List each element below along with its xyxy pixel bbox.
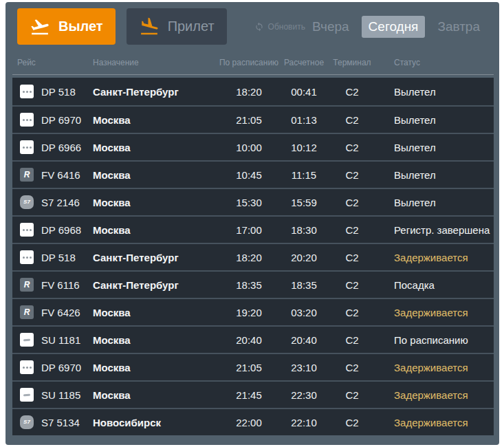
estimated-time: 22:30 bbox=[291, 389, 317, 401]
destination: Москва bbox=[93, 389, 218, 401]
tab-departures[interactable]: Вылет bbox=[17, 8, 116, 45]
destination: Москва bbox=[93, 114, 218, 126]
destination: Москва bbox=[93, 362, 218, 373]
table-row[interactable]: DP 6970 Москва 21:05 23:10 C2 Задерживае… bbox=[12, 353, 494, 380]
column-header-destination: Назначение bbox=[93, 58, 218, 67]
scheduled-time: 10:45 bbox=[236, 169, 262, 181]
airline-logo-icon: S7 bbox=[20, 415, 34, 429]
flight-number: DP 6970 bbox=[41, 362, 93, 373]
status: Регистр. завершена bbox=[376, 224, 494, 236]
refresh-label: Обновить bbox=[268, 22, 305, 32]
scheduled-time: 21:05 bbox=[236, 362, 262, 373]
terminal: C2 bbox=[345, 224, 358, 236]
table-row[interactable]: R FV 6416 Москва 10:45 11:15 C2 Вылетел bbox=[12, 160, 494, 188]
tab-arrivals[interactable]: Прилет bbox=[127, 8, 227, 45]
airline-logo-icon bbox=[20, 223, 34, 237]
destination: Новосибирск bbox=[93, 417, 218, 428]
status: Задерживается bbox=[376, 389, 494, 401]
scheduled-time: 22:00 bbox=[236, 417, 262, 428]
tab-departures-label: Вылет bbox=[58, 19, 103, 34]
column-header-flight: Рейс bbox=[12, 58, 93, 67]
table-row[interactable]: DP 518 Санкт-Петербург 18:20 00:41 C2 Вы… bbox=[12, 78, 494, 105]
table-row[interactable]: S7 S7 2146 Москва 15:30 15:59 C2 Вылетел bbox=[12, 188, 494, 215]
status: Вылетел bbox=[376, 86, 494, 98]
flight-number: SU 1181 bbox=[41, 334, 93, 346]
status: Вылетел bbox=[376, 169, 494, 181]
status: Посадка bbox=[376, 279, 494, 291]
destination: Москва bbox=[93, 307, 218, 318]
plane-takeoff-icon bbox=[30, 17, 50, 37]
estimated-time: 00:41 bbox=[291, 86, 317, 98]
table-row[interactable]: DP 518 Санкт-Петербург 18:20 20:20 C2 За… bbox=[12, 243, 494, 270]
flight-number: SU 1185 bbox=[41, 389, 93, 401]
table-row[interactable]: SU 1181 Москва 20:40 20:40 C2 По расписа… bbox=[12, 325, 494, 353]
estimated-time: 20:40 bbox=[291, 334, 317, 346]
status: Задерживается bbox=[376, 417, 494, 428]
refresh-button[interactable]: Обновить bbox=[254, 22, 305, 32]
flight-number: FV 6416 bbox=[41, 169, 93, 181]
scheduled-time: 20:40 bbox=[236, 334, 262, 346]
destination: Москва bbox=[93, 169, 218, 181]
status: Вылетел bbox=[376, 197, 494, 208]
flight-number: DP 6968 bbox=[41, 224, 93, 236]
column-header-estimated: Расчетное bbox=[284, 58, 324, 67]
flight-number: DP 6970 bbox=[41, 114, 93, 126]
destination: Москва bbox=[93, 224, 218, 236]
day-today[interactable]: Сегодня bbox=[362, 16, 426, 38]
day-tomorrow[interactable]: Завтра bbox=[430, 16, 487, 38]
destination: Санкт-Петербург bbox=[93, 86, 218, 98]
status: Задерживается bbox=[376, 252, 494, 263]
day-yesterday[interactable]: Вчера bbox=[305, 16, 356, 38]
scheduled-time: 10:00 bbox=[236, 142, 262, 153]
table-body: DP 518 Санкт-Петербург 18:20 00:41 C2 Вы… bbox=[12, 78, 494, 435]
destination: Москва bbox=[93, 334, 218, 346]
estimated-time: 10:12 bbox=[291, 142, 317, 153]
airline-logo-icon bbox=[20, 388, 34, 402]
scheduled-time: 18:35 bbox=[236, 279, 262, 291]
scheduled-time: 19:20 bbox=[236, 307, 262, 318]
status: По расписанию bbox=[376, 334, 494, 346]
flight-number: S7 2146 bbox=[41, 197, 93, 208]
flight-number: S7 5134 bbox=[41, 417, 93, 428]
estimated-time: 23:10 bbox=[291, 362, 317, 373]
table-row[interactable]: SU 1185 Москва 21:45 22:30 C2 Задерживае… bbox=[12, 380, 494, 408]
refresh-sync-icon bbox=[254, 22, 264, 32]
airline-logo-icon bbox=[20, 333, 34, 347]
airline-logo-icon: R bbox=[20, 168, 34, 182]
status: Вылетел bbox=[376, 114, 494, 126]
estimated-time: 11:15 bbox=[292, 169, 316, 181]
table-row[interactable]: R FV 6426 Москва 19:20 03:20 C2 Задержив… bbox=[12, 298, 494, 325]
estimated-time: 20:20 bbox=[291, 252, 317, 263]
destination: Москва bbox=[93, 142, 218, 153]
airline-logo-icon bbox=[20, 140, 34, 154]
table-row[interactable]: S7 S7 5134 Новосибирск 22:00 22:10 C2 За… bbox=[12, 408, 494, 435]
table-row[interactable]: DP 6966 Москва 10:00 10:12 C2 Вылетел bbox=[12, 133, 494, 160]
column-header-status: Статус bbox=[376, 58, 494, 67]
flight-board: Вылет Прилет Обновить Вчера Сегодня Завт… bbox=[6, 2, 499, 445]
flight-number: FV 6426 bbox=[41, 307, 93, 318]
destination: Санкт-Петербург bbox=[93, 252, 218, 263]
table-row[interactable]: DP 6970 Москва 21:05 01:13 C2 Вылетел bbox=[12, 105, 494, 133]
terminal: C2 bbox=[345, 389, 358, 401]
terminal: C2 bbox=[345, 362, 358, 373]
scheduled-time: 21:45 bbox=[236, 389, 262, 401]
scheduled-time: 17:00 bbox=[236, 224, 262, 236]
flight-number: DP 518 bbox=[41, 86, 93, 98]
airline-logo-icon bbox=[20, 360, 34, 374]
table-row[interactable]: DP 6968 Москва 17:00 18:30 C2 Регистр. з… bbox=[12, 215, 494, 243]
column-header-terminal: Терминал bbox=[333, 58, 371, 67]
estimated-time: 15:59 bbox=[291, 197, 317, 208]
destination: Санкт-Петербург bbox=[93, 279, 218, 291]
terminal: C2 bbox=[345, 307, 358, 318]
status: Вылетел bbox=[376, 142, 494, 153]
estimated-time: 03:20 bbox=[291, 307, 317, 318]
status: Задерживается bbox=[376, 307, 494, 318]
airline-logo-icon bbox=[20, 250, 34, 264]
estimated-time: 22:10 bbox=[291, 417, 317, 428]
tab-arrivals-label: Прилет bbox=[168, 19, 215, 34]
table-header: Рейс Назначение По расписанию Расчетное … bbox=[12, 50, 494, 75]
table-row[interactable]: R FV 6116 Санкт-Петербург 18:35 18:35 C2… bbox=[12, 270, 494, 298]
airline-logo-icon: S7 bbox=[20, 195, 34, 209]
airline-logo-icon: R bbox=[20, 305, 34, 319]
destination: Москва bbox=[93, 197, 218, 208]
